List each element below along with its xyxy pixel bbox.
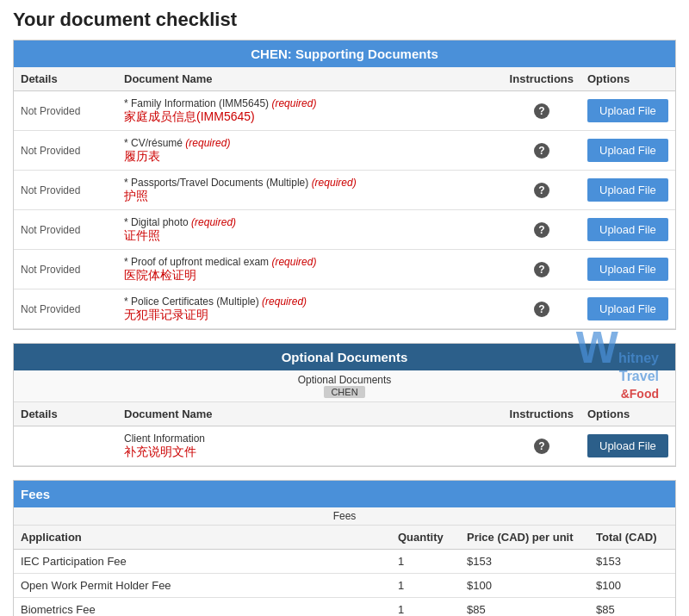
doc-name-zh: 护照 bbox=[124, 189, 148, 202]
help-icon[interactable]: ? bbox=[534, 103, 549, 119]
doc-name-en: * Passports/Travel Documents (Multiple) … bbox=[124, 177, 357, 189]
details-cell: Not Provided bbox=[14, 91, 117, 131]
table-row: Client Information 补充说明文件 ? Upload File bbox=[14, 426, 675, 466]
total-cell: $85 bbox=[589, 598, 675, 617]
col-document-name: Document Name bbox=[117, 67, 503, 91]
instructions-cell: ? bbox=[503, 171, 580, 210]
options-cell: Upload File bbox=[580, 131, 675, 171]
supporting-documents-section: CHEN: Supporting Documents Details Docum… bbox=[13, 40, 676, 330]
document-name-cell: * Family Information (IMM5645) (required… bbox=[117, 91, 503, 131]
upload-file-button[interactable]: Upload File bbox=[587, 297, 668, 320]
options-cell: Upload File bbox=[580, 289, 675, 329]
total-cell: $100 bbox=[589, 574, 675, 598]
instructions-cell: ? bbox=[503, 289, 580, 329]
options-cell: Upload File bbox=[580, 250, 675, 289]
price-cell: $85 bbox=[460, 598, 589, 617]
upload-file-button[interactable]: Upload File bbox=[587, 139, 668, 162]
required-label: (required) bbox=[185, 137, 230, 149]
doc-name-zh: 履历表 bbox=[124, 149, 160, 163]
document-name-cell: * CV/résumé (required) 履历表 bbox=[117, 131, 503, 171]
quantity-cell: 1 bbox=[391, 598, 460, 617]
col-details: Details bbox=[14, 67, 117, 91]
col-options: Options bbox=[580, 67, 675, 91]
details-cell: Not Provided bbox=[14, 250, 117, 289]
document-name-cell: * Passports/Travel Documents (Multiple) … bbox=[117, 171, 503, 210]
fees-col-total: Total (CAD) bbox=[589, 526, 675, 550]
opt-col-details: Details bbox=[14, 402, 117, 426]
optional-documents-header: Optional Documents bbox=[14, 344, 675, 370]
quantity-cell: 1 bbox=[391, 550, 460, 574]
options-cell: Upload File bbox=[580, 91, 675, 131]
upload-file-button[interactable]: Upload File bbox=[587, 434, 668, 457]
details-cell bbox=[14, 426, 117, 466]
instructions-cell: ? bbox=[503, 91, 580, 131]
upload-file-button[interactable]: Upload File bbox=[587, 258, 668, 281]
doc-name-en: * Family Information (IMM5645) (required… bbox=[124, 97, 316, 109]
doc-name-zh: 家庭成员信息(IMM5645) bbox=[124, 109, 255, 123]
optional-documents-table: Details Document Name Instructions Optio… bbox=[14, 402, 675, 466]
doc-name-en: * Police Certificates (Multiple) (requir… bbox=[124, 296, 307, 308]
table-row: Not Provided * CV/résumé (required) 履历表 … bbox=[14, 131, 675, 171]
opt-col-document-name: Document Name bbox=[117, 402, 503, 426]
col-instructions: Instructions bbox=[503, 67, 580, 91]
required-label: (required) bbox=[271, 256, 316, 268]
fees-col-quantity: Quantity bbox=[391, 526, 460, 550]
doc-name-zh: 补充说明文件 bbox=[124, 445, 196, 458]
fees-col-application: Application bbox=[14, 526, 391, 550]
details-cell: Not Provided bbox=[14, 171, 117, 210]
fees-col-price: Price (CAD) per unit bbox=[460, 526, 589, 550]
table-row: IEC Participation Fee 1 $153 $153 bbox=[14, 550, 675, 574]
details-cell: Not Provided bbox=[14, 131, 117, 171]
help-icon[interactable]: ? bbox=[534, 439, 549, 454]
optional-documents-section: Optional Documents Optional Documents CH… bbox=[13, 343, 676, 467]
fees-section: Fees Fees Application Quantity Price (CA… bbox=[13, 480, 676, 616]
doc-name-zh: 无犯罪记录证明 bbox=[124, 308, 208, 321]
document-name-cell: Client Information 补充说明文件 bbox=[117, 426, 503, 466]
table-row: Not Provided * Family Information (IMM56… bbox=[14, 91, 675, 131]
upload-file-button[interactable]: Upload File bbox=[587, 99, 668, 122]
table-row: Not Provided * Passports/Travel Document… bbox=[14, 171, 675, 210]
opt-col-instructions: Instructions bbox=[503, 402, 580, 426]
fees-table: Application Quantity Price (CAD) per uni… bbox=[14, 526, 675, 616]
application-cell: Open Work Permit Holder Fee bbox=[14, 574, 391, 598]
help-icon[interactable]: ? bbox=[534, 143, 549, 159]
options-cell: Upload File bbox=[580, 171, 675, 210]
upload-file-button[interactable]: Upload File bbox=[587, 178, 668, 202]
instructions-cell: ? bbox=[503, 250, 580, 289]
document-name-cell: * Proof of upfront medical exam (require… bbox=[117, 250, 503, 289]
details-cell: Not Provided bbox=[14, 210, 117, 250]
instructions-cell: ? bbox=[503, 426, 580, 466]
required-label: (required) bbox=[271, 97, 316, 109]
details-cell: Not Provided bbox=[14, 289, 117, 329]
price-cell: $153 bbox=[460, 550, 589, 574]
fees-header: Fees bbox=[14, 481, 675, 507]
opt-col-options: Options bbox=[580, 402, 675, 426]
instructions-cell: ? bbox=[503, 131, 580, 171]
table-row: Biometrics Fee 1 $85 $85 bbox=[14, 598, 675, 617]
doc-name-en: * Digital photo (required) bbox=[124, 216, 236, 228]
fees-sub-label: Fees bbox=[14, 507, 675, 526]
help-icon[interactable]: ? bbox=[534, 222, 549, 238]
doc-name-en: * Proof of upfront medical exam (require… bbox=[124, 256, 316, 268]
upload-file-button[interactable]: Upload File bbox=[587, 218, 668, 241]
help-icon[interactable]: ? bbox=[534, 183, 549, 198]
price-cell: $100 bbox=[460, 574, 589, 598]
table-row: Not Provided * Police Certificates (Mult… bbox=[14, 289, 675, 329]
total-cell: $153 bbox=[589, 550, 675, 574]
doc-name-en: * CV/résumé (required) bbox=[124, 137, 230, 149]
doc-name-zh: 证件照 bbox=[124, 228, 160, 242]
page-title: Your document checklist bbox=[13, 9, 676, 31]
supporting-documents-table: Details Document Name Instructions Optio… bbox=[14, 67, 675, 329]
help-icon[interactable]: ? bbox=[534, 302, 549, 317]
application-cell: IEC Participation Fee bbox=[14, 550, 391, 574]
options-cell: Upload File bbox=[580, 210, 675, 250]
required-label: (required) bbox=[262, 296, 307, 308]
doc-name-zh: 医院体检证明 bbox=[124, 268, 196, 282]
required-label: (required) bbox=[312, 177, 357, 189]
quantity-cell: 1 bbox=[391, 574, 460, 598]
required-label: (required) bbox=[191, 216, 236, 228]
help-icon[interactable]: ? bbox=[534, 262, 549, 277]
table-row: Not Provided * Digital photo (required) … bbox=[14, 210, 675, 250]
document-name-cell: * Police Certificates (Multiple) (requir… bbox=[117, 289, 503, 329]
application-cell: Biometrics Fee bbox=[14, 598, 391, 617]
